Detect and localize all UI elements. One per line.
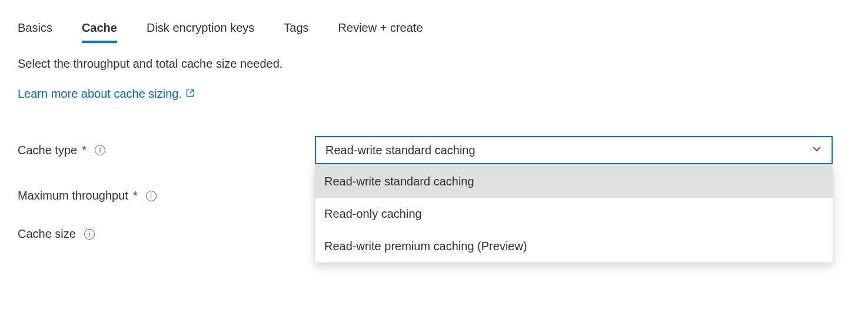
tab-disk-encryption-keys[interactable]: Disk encryption keys xyxy=(147,18,254,43)
wizard-tabs: Basics Cache Disk encryption keys Tags R… xyxy=(18,18,850,43)
info-icon[interactable]: i xyxy=(146,191,157,201)
cache-type-dropdown-list: Read-write standard caching Read-only ca… xyxy=(315,165,833,263)
cache-type-option-read-write-premium[interactable]: Read-write premium caching (Preview) xyxy=(315,230,833,263)
field-row-cache-type: Cache type * i Read-write standard cachi… xyxy=(18,136,850,164)
max-throughput-label-group: Maximum throughput * i xyxy=(18,189,315,202)
cache-size-label-group: Cache size i xyxy=(18,227,315,241)
cache-type-label: Cache type xyxy=(18,144,77,157)
learn-more-text: Learn more about cache sizing. xyxy=(18,87,182,101)
tab-basics[interactable]: Basics xyxy=(18,18,52,43)
cache-type-label-group: Cache type * i xyxy=(18,144,315,157)
external-link-icon xyxy=(185,87,195,101)
tab-tags[interactable]: Tags xyxy=(284,18,308,43)
tab-description: Select the throughput and total cache si… xyxy=(18,57,850,71)
info-icon[interactable]: i xyxy=(84,229,95,240)
chevron-down-icon xyxy=(812,144,822,157)
cache-type-selected-value: Read-write standard caching xyxy=(325,144,475,157)
cache-type-option-read-only[interactable]: Read-only caching xyxy=(315,198,833,230)
learn-more-link[interactable]: Learn more about cache sizing. xyxy=(18,87,195,101)
max-throughput-label: Maximum throughput xyxy=(18,189,128,202)
cache-type-control: Read-write standard caching Read-write s… xyxy=(315,136,833,164)
tab-cache[interactable]: Cache xyxy=(82,18,117,43)
cache-type-option-read-write-standard[interactable]: Read-write standard caching xyxy=(315,165,833,198)
required-marker: * xyxy=(133,189,138,202)
cache-type-dropdown[interactable]: Read-write standard caching xyxy=(315,136,833,164)
tab-review-create[interactable]: Review + create xyxy=(338,18,423,43)
info-icon[interactable]: i xyxy=(95,145,105,155)
cache-size-label: Cache size xyxy=(18,227,76,241)
required-marker: * xyxy=(82,144,87,157)
